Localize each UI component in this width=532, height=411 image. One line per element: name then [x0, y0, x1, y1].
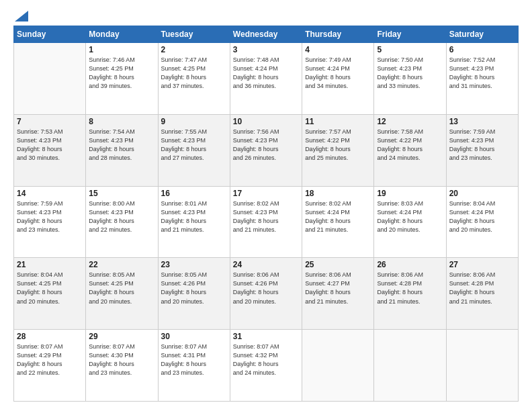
day-number: 15 [89, 189, 154, 198]
day-number: 29 [89, 332, 154, 341]
day-number: 12 [377, 117, 443, 126]
day-info: Sunrise: 7:59 AM Sunset: 4:23 PM Dayligh… [449, 128, 515, 163]
day-info: Sunrise: 7:54 AM Sunset: 4:23 PM Dayligh… [89, 128, 154, 163]
col-header-friday: Friday [374, 26, 446, 43]
day-info: Sunrise: 8:05 AM Sunset: 4:25 PM Dayligh… [89, 271, 154, 306]
day-cell: 2Sunrise: 7:47 AM Sunset: 4:25 PM Daylig… [158, 43, 230, 115]
day-info: Sunrise: 7:47 AM Sunset: 4:25 PM Dayligh… [161, 56, 227, 91]
logo [13, 12, 28, 19]
day-cell: 28Sunrise: 8:07 AM Sunset: 4:29 PM Dayli… [14, 330, 86, 402]
day-cell: 22Sunrise: 8:05 AM Sunset: 4:25 PM Dayli… [86, 258, 158, 330]
day-info: Sunrise: 7:48 AM Sunset: 4:24 PM Dayligh… [233, 56, 299, 91]
col-header-tuesday: Tuesday [158, 26, 230, 43]
day-info: Sunrise: 7:59 AM Sunset: 4:23 PM Dayligh… [17, 199, 83, 234]
day-cell: 9Sunrise: 7:55 AM Sunset: 4:23 PM Daylig… [158, 114, 230, 186]
day-number: 9 [161, 117, 227, 126]
day-cell: 26Sunrise: 8:06 AM Sunset: 4:28 PM Dayli… [374, 258, 446, 330]
day-info: Sunrise: 8:05 AM Sunset: 4:26 PM Dayligh… [161, 271, 227, 306]
day-cell: 13Sunrise: 7:59 AM Sunset: 4:23 PM Dayli… [446, 114, 518, 186]
day-number: 1 [89, 45, 154, 54]
day-number: 10 [233, 117, 299, 126]
day-info: Sunrise: 8:04 AM Sunset: 4:24 PM Dayligh… [449, 199, 515, 234]
day-cell: 25Sunrise: 8:06 AM Sunset: 4:27 PM Dayli… [302, 258, 374, 330]
day-info: Sunrise: 8:07 AM Sunset: 4:31 PM Dayligh… [161, 342, 227, 377]
day-cell: 23Sunrise: 8:05 AM Sunset: 4:26 PM Dayli… [158, 258, 230, 330]
day-cell: 29Sunrise: 8:07 AM Sunset: 4:30 PM Dayli… [86, 330, 158, 402]
day-info: Sunrise: 8:00 AM Sunset: 4:23 PM Dayligh… [89, 199, 154, 234]
day-cell: 30Sunrise: 8:07 AM Sunset: 4:31 PM Dayli… [158, 330, 230, 402]
day-number: 18 [305, 189, 371, 198]
col-header-sunday: Sunday [14, 26, 86, 43]
day-number: 3 [233, 45, 299, 54]
day-cell [14, 43, 86, 115]
day-number: 27 [449, 260, 515, 269]
page: SundayMondayTuesdayWednesdayThursdayFrid… [0, 0, 532, 411]
day-cell [446, 330, 518, 402]
day-cell: 31Sunrise: 8:07 AM Sunset: 4:32 PM Dayli… [230, 330, 302, 402]
day-info: Sunrise: 8:06 AM Sunset: 4:27 PM Dayligh… [305, 271, 371, 306]
day-number: 28 [17, 332, 83, 341]
day-cell: 18Sunrise: 8:02 AM Sunset: 4:24 PM Dayli… [302, 186, 374, 258]
day-info: Sunrise: 8:04 AM Sunset: 4:25 PM Dayligh… [17, 271, 83, 306]
day-cell: 4Sunrise: 7:49 AM Sunset: 4:24 PM Daylig… [302, 43, 374, 115]
week-row-1: 1Sunrise: 7:46 AM Sunset: 4:25 PM Daylig… [14, 43, 519, 115]
day-info: Sunrise: 8:02 AM Sunset: 4:23 PM Dayligh… [233, 199, 299, 234]
col-header-thursday: Thursday [302, 26, 374, 43]
day-number: 11 [305, 117, 371, 126]
day-info: Sunrise: 7:57 AM Sunset: 4:22 PM Dayligh… [305, 128, 371, 163]
day-info: Sunrise: 7:52 AM Sunset: 4:23 PM Dayligh… [449, 56, 515, 91]
day-cell: 14Sunrise: 7:59 AM Sunset: 4:23 PM Dayli… [14, 186, 86, 258]
day-info: Sunrise: 8:06 AM Sunset: 4:26 PM Dayligh… [233, 271, 299, 306]
day-number: 31 [233, 332, 299, 341]
day-number: 13 [449, 117, 515, 126]
day-info: Sunrise: 7:55 AM Sunset: 4:23 PM Dayligh… [161, 128, 227, 163]
day-info: Sunrise: 7:50 AM Sunset: 4:23 PM Dayligh… [377, 56, 443, 91]
day-info: Sunrise: 8:07 AM Sunset: 4:29 PM Dayligh… [17, 342, 83, 377]
day-number: 26 [377, 260, 443, 269]
day-cell: 15Sunrise: 8:00 AM Sunset: 4:23 PM Dayli… [86, 186, 158, 258]
day-cell: 16Sunrise: 8:01 AM Sunset: 4:23 PM Dayli… [158, 186, 230, 258]
svg-marker-0 [15, 11, 28, 21]
day-info: Sunrise: 7:53 AM Sunset: 4:23 PM Dayligh… [17, 128, 83, 163]
day-info: Sunrise: 7:49 AM Sunset: 4:24 PM Dayligh… [305, 56, 371, 91]
header [13, 12, 519, 19]
day-number: 2 [161, 45, 227, 54]
col-header-monday: Monday [86, 26, 158, 43]
day-cell: 27Sunrise: 8:06 AM Sunset: 4:28 PM Dayli… [446, 258, 518, 330]
day-number: 16 [161, 189, 227, 198]
day-number: 24 [233, 260, 299, 269]
col-header-saturday: Saturday [446, 26, 518, 43]
day-cell: 19Sunrise: 8:03 AM Sunset: 4:24 PM Dayli… [374, 186, 446, 258]
week-row-4: 21Sunrise: 8:04 AM Sunset: 4:25 PM Dayli… [14, 258, 519, 330]
week-row-2: 7Sunrise: 7:53 AM Sunset: 4:23 PM Daylig… [14, 114, 519, 186]
day-info: Sunrise: 7:58 AM Sunset: 4:22 PM Dayligh… [377, 128, 443, 163]
day-cell: 6Sunrise: 7:52 AM Sunset: 4:23 PM Daylig… [446, 43, 518, 115]
day-cell: 20Sunrise: 8:04 AM Sunset: 4:24 PM Dayli… [446, 186, 518, 258]
day-number: 25 [305, 260, 371, 269]
day-cell: 1Sunrise: 7:46 AM Sunset: 4:25 PM Daylig… [86, 43, 158, 115]
day-cell: 5Sunrise: 7:50 AM Sunset: 4:23 PM Daylig… [374, 43, 446, 115]
day-number: 17 [233, 189, 299, 198]
day-number: 21 [17, 260, 83, 269]
day-number: 8 [89, 117, 154, 126]
day-number: 20 [449, 189, 515, 198]
day-info: Sunrise: 8:01 AM Sunset: 4:23 PM Dayligh… [161, 199, 227, 234]
day-cell [302, 330, 374, 402]
day-number: 7 [17, 117, 83, 126]
day-info: Sunrise: 7:56 AM Sunset: 4:23 PM Dayligh… [233, 128, 299, 163]
day-number: 22 [89, 260, 154, 269]
day-number: 14 [17, 189, 83, 198]
day-number: 4 [305, 45, 371, 54]
day-cell: 11Sunrise: 7:57 AM Sunset: 4:22 PM Dayli… [302, 114, 374, 186]
day-number: 5 [377, 45, 443, 54]
day-info: Sunrise: 8:07 AM Sunset: 4:32 PM Dayligh… [233, 342, 299, 377]
day-cell: 24Sunrise: 8:06 AM Sunset: 4:26 PM Dayli… [230, 258, 302, 330]
logo-icon [15, 11, 28, 21]
col-header-wednesday: Wednesday [230, 26, 302, 43]
day-number: 30 [161, 332, 227, 341]
day-info: Sunrise: 8:02 AM Sunset: 4:24 PM Dayligh… [305, 199, 371, 234]
day-cell [374, 330, 446, 402]
day-cell: 21Sunrise: 8:04 AM Sunset: 4:25 PM Dayli… [14, 258, 86, 330]
day-info: Sunrise: 8:07 AM Sunset: 4:30 PM Dayligh… [89, 342, 154, 377]
day-info: Sunrise: 7:46 AM Sunset: 4:25 PM Dayligh… [89, 56, 154, 91]
